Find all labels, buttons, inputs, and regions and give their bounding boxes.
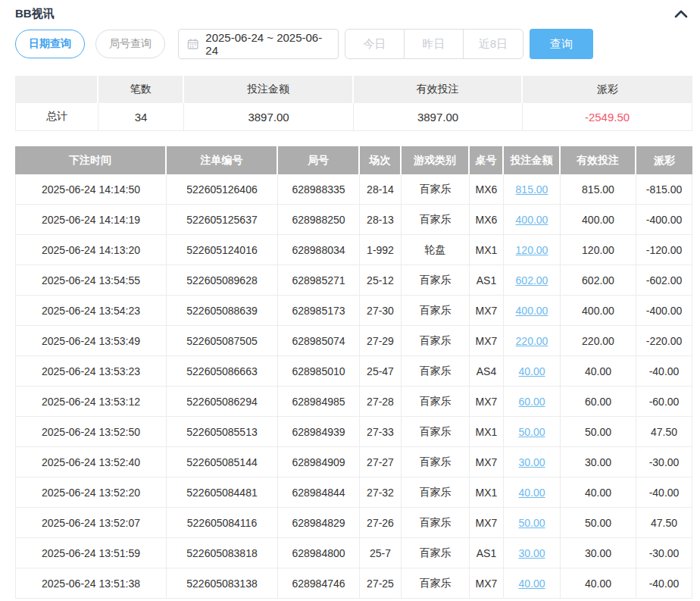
tab-round-query[interactable]: 局号查询 [95,30,165,58]
bb-video-panel: BB视讯 日期查询 局号查询 2025-06-24 ~ 2025-06-24 [0,0,700,599]
bet-amount-cell: 50.00 [504,417,561,447]
payout-cell: -40.00 [636,477,692,508]
records-tbody: 2025-06-24 14:14:50522605126406628988335… [15,174,692,599]
bet-amount-link[interactable]: 40.00 [518,578,545,590]
payout-cell: -30.00 [636,447,692,477]
summary-col-empty [15,76,98,103]
col-header-payout: 派彩 [636,146,692,174]
bet-id-cell: 522605084481 [167,477,278,508]
game-type-cell: 百家乐 [402,296,470,326]
bet-id-cell: 522605089628 [167,265,278,296]
table-row: 2025-06-24 14:13:20522605124016628988034… [15,235,692,265]
table-id-cell: MX1 [470,235,504,265]
bet-id-cell: 522605125637 [167,205,278,235]
session-cell: 25-47 [360,356,402,387]
table-row: 2025-06-24 13:53:49522605087505628985074… [15,326,692,356]
bet-amount-link[interactable]: 50.00 [518,426,545,438]
bet-amount-link[interactable]: 815.00 [516,183,548,196]
session-cell: 27-32 [360,477,402,508]
round-id-cell: 628988034 [278,235,360,265]
bet-amount-link[interactable]: 60.00 [518,396,545,408]
round-id-cell: 628984829 [278,508,360,538]
bet-amount-link[interactable]: 30.00 [518,456,545,468]
bet-amount-cell: 40.00 [504,356,561,387]
table-row: 2025-06-24 13:51:59522605083818628984800… [15,538,692,568]
bet-amount-link[interactable]: 120.00 [516,244,548,256]
bet-amount-cell: 30.00 [504,538,561,568]
payout-cell: -815.00 [636,174,692,205]
summary-total-label: 总计 [15,103,98,131]
summary-table: 笔数 投注金额 有效投注 派彩 总计 34 3897.00 3897.00 -2… [15,76,692,131]
bet-time-cell: 2025-06-24 13:54:55 [15,265,167,296]
col-header-round-id: 局号 [278,146,360,174]
bet-id-cell: 522605088639 [167,296,278,326]
bet-amount-link[interactable]: 50.00 [518,517,545,529]
game-type-cell: 百家乐 [402,326,470,356]
table-row: 2025-06-24 13:51:38522605083138628984746… [15,568,692,599]
session-cell: 27-26 [360,508,402,538]
round-id-cell: 628985173 [278,296,360,326]
table-id-cell: MX6 [470,174,504,205]
col-header-bet-amount: 投注金额 [504,146,561,174]
valid-bet-cell: 400.00 [561,205,636,235]
payout-cell: -60.00 [636,387,692,417]
valid-bet-cell: 30.00 [561,447,636,477]
table-id-cell: MX7 [470,387,504,417]
bet-amount-link[interactable]: 40.00 [518,487,545,499]
bet-id-cell: 522605085513 [167,417,278,447]
round-id-cell: 628984939 [278,417,360,447]
bet-amount-cell: 120.00 [504,235,561,265]
valid-bet-cell: 40.00 [561,356,636,387]
bet-time-cell: 2025-06-24 13:53:12 [15,387,167,417]
payout-cell: -40.00 [636,568,692,599]
date-range-input[interactable]: 2025-06-24 ~ 2025-06-24 [178,29,339,59]
bet-id-cell: 522605085144 [167,447,278,477]
summary-col-payout: 派彩 [523,76,692,103]
table-row: 2025-06-24 13:52:40522605085144628984909… [15,447,692,477]
game-type-cell: 百家乐 [402,568,470,599]
table-row: 2025-06-24 13:54:23522605088639628985173… [15,296,692,326]
payout-cell: 47.50 [636,417,692,447]
valid-bet-cell: 40.00 [561,477,636,508]
game-type-cell: 百家乐 [402,538,470,568]
bet-id-cell: 522605086663 [167,356,278,387]
session-cell: 27-30 [360,296,402,326]
bet-amount-link[interactable]: 40.00 [518,365,545,377]
summary-total-payout: -2549.50 [523,103,692,131]
bet-time-cell: 2025-06-24 14:13:20 [15,235,167,265]
payout-cell: 47.50 [636,508,692,538]
round-id-cell: 628988250 [278,205,360,235]
search-button[interactable]: 查询 [530,29,593,59]
bet-amount-link[interactable]: 220.00 [516,335,548,347]
bet-time-cell: 2025-06-24 13:51:59 [15,538,167,568]
valid-bet-cell: 30.00 [561,538,636,568]
game-type-cell: 百家乐 [402,417,470,447]
bet-amount-cell: 602.00 [504,265,561,296]
summary-col-valid-bet: 有效投注 [354,76,523,103]
valid-bet-cell: 220.00 [561,326,636,356]
bet-amount-link[interactable]: 400.00 [516,305,548,317]
quick-today-button[interactable]: 今日 [345,30,405,58]
quick-last8days-button[interactable]: 近8日 [464,30,523,58]
tab-date-query[interactable]: 日期查询 [15,30,85,58]
chevron-up-icon [674,9,688,18]
bet-id-cell: 522605126406 [167,174,278,205]
session-cell: 27-28 [360,387,402,417]
payout-cell: -40.00 [636,356,692,387]
bet-amount-link[interactable]: 30.00 [518,547,545,559]
col-header-bet-time: 下注时间 [15,146,167,174]
game-type-cell: 百家乐 [402,387,470,417]
bet-time-cell: 2025-06-24 13:52:20 [15,477,167,508]
records-header-row: 下注时间 注单编号 局号 场次 游戏类别 桌号 投注金额 有效投注 派彩 [15,146,692,174]
collapse-chevron-icon[interactable] [670,9,692,18]
bet-amount-link[interactable]: 400.00 [516,214,548,226]
round-id-cell: 628985271 [278,265,360,296]
valid-bet-cell: 60.00 [561,387,636,417]
summary-total-count: 34 [98,103,184,131]
session-cell: 27-33 [360,417,402,447]
table-row: 2025-06-24 13:54:55522605089628628985271… [15,265,692,296]
bet-amount-cell: 40.00 [504,568,561,599]
bet-amount-link[interactable]: 602.00 [516,274,548,286]
quick-yesterday-button[interactable]: 昨日 [405,30,464,58]
valid-bet-cell: 602.00 [561,265,636,296]
